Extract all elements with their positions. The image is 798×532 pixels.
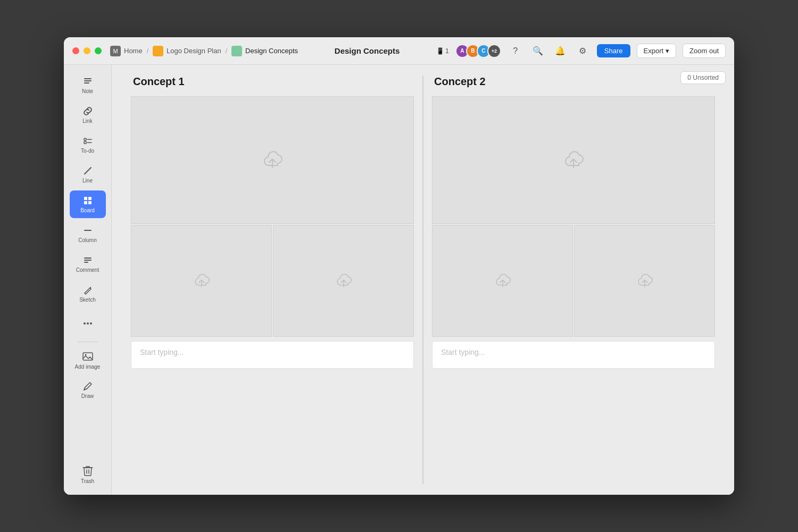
concept-1-bottom-grid	[131, 225, 414, 337]
device-badge[interactable]: 📱 1	[436, 47, 449, 55]
breadcrumb-current: Design Concepts	[231, 46, 298, 56]
plan-label[interactable]: Logo Design Plan	[167, 47, 221, 55]
concepts-grid: Concept 1	[112, 65, 734, 495]
breadcrumb-sep-2: /	[226, 47, 227, 55]
sidebar-item-sketch[interactable]: Sketch	[70, 280, 106, 307]
sidebar-item-todo[interactable]: To-do	[70, 131, 106, 159]
board-icon	[82, 195, 93, 206]
notifications-icon[interactable]: 🔔	[552, 43, 568, 59]
titlebar-actions: 📱 1 A B C +2 ? 🔍 🔔 ⚙ Share Export ▾ Zoom…	[436, 43, 726, 59]
breadcrumb-plan[interactable]: Logo Design Plan	[153, 46, 221, 56]
svg-rect-13	[84, 257, 92, 259]
upload-icon-2	[192, 271, 212, 291]
svg-rect-15	[84, 262, 88, 263]
sidebar-item-trash[interactable]: Trash	[70, 461, 106, 488]
concept-1-top-grid	[131, 96, 414, 224]
sidebar-item-note[interactable]: Note	[70, 71, 106, 99]
upload-icon-5	[493, 271, 513, 291]
concept-1-text-input[interactable]: Start typing...	[131, 341, 414, 369]
svg-rect-10	[84, 201, 87, 204]
canvas-area[interactable]: 0 Unsorted Concept 1	[112, 65, 734, 495]
page-title: Design Concepts	[335, 46, 400, 55]
upload-icon-4	[561, 147, 586, 173]
sidebar-separator	[77, 342, 98, 342]
concept-2-slot-2[interactable]	[432, 225, 573, 337]
svg-rect-0	[84, 78, 92, 79]
upload-icon-3	[334, 271, 354, 291]
sidebar-item-link[interactable]: Link	[70, 101, 106, 129]
svg-point-17	[87, 322, 89, 325]
svg-point-20	[85, 354, 86, 356]
share-button[interactable]: Share	[597, 44, 630, 57]
export-arrow: ▾	[666, 47, 669, 55]
line-label: Line	[82, 178, 93, 184]
sidebar-item-comment[interactable]: Comment	[70, 250, 106, 278]
concept-1-column: Concept 1	[122, 76, 422, 484]
board-label: Board	[80, 207, 95, 213]
plan-icon	[153, 46, 163, 56]
maximize-button[interactable]	[95, 47, 102, 54]
sketch-label: Sketch	[79, 297, 96, 303]
sidebar-item-line[interactable]: Line	[70, 161, 106, 188]
sidebar-item-more[interactable]	[70, 310, 106, 337]
sidebar-item-draw[interactable]: Draw	[70, 376, 106, 404]
avatar-group: A B C +2	[455, 44, 501, 58]
breadcrumb-home[interactable]: M Home	[110, 46, 143, 56]
help-icon[interactable]: ?	[508, 43, 523, 59]
column-icon	[82, 225, 93, 236]
svg-point-18	[90, 322, 92, 325]
concept-2-slot-3[interactable]	[574, 225, 715, 337]
concept-1-slot-3[interactable]	[273, 225, 414, 337]
sidebar-item-column[interactable]: Column	[70, 220, 106, 248]
device-count: 1	[445, 47, 449, 55]
device-icon: 📱	[436, 47, 444, 55]
more-icon	[82, 321, 93, 326]
concept-1-title: Concept 1	[131, 76, 414, 88]
link-icon	[82, 106, 93, 117]
minimize-button[interactable]	[84, 47, 90, 54]
export-label: Export	[644, 47, 664, 55]
sketch-icon	[82, 285, 93, 295]
concept-2-placeholder: Start typing...	[441, 348, 485, 356]
home-icon: M	[110, 46, 121, 56]
concept-2-top-grid	[432, 96, 715, 224]
sidebar: Note Link	[64, 65, 112, 495]
avatar-more: +2	[487, 44, 501, 58]
link-label: Link	[82, 118, 92, 124]
concept-2-title: Concept 2	[432, 76, 715, 88]
column-label: Column	[78, 237, 96, 243]
concept-2-text-input[interactable]: Start typing...	[432, 341, 715, 369]
search-icon[interactable]: 🔍	[530, 43, 546, 59]
export-button[interactable]: Export ▾	[637, 44, 677, 58]
todo-icon	[82, 136, 93, 146]
titlebar: M Home / Logo Design Plan / Design Conce…	[64, 37, 734, 65]
concept-icon	[231, 46, 242, 56]
svg-rect-9	[88, 197, 92, 200]
concept-2-slot-1[interactable]	[432, 96, 715, 224]
concept-1-slot-1[interactable]	[131, 96, 414, 224]
note-icon	[82, 76, 93, 87]
titlebar-center: Design Concepts	[298, 46, 436, 55]
home-label[interactable]: Home	[124, 47, 143, 55]
concept-1-slot-2[interactable]	[131, 225, 272, 337]
unsorted-badge: 0 Unsorted	[680, 71, 726, 84]
concept-2-bottom-grid	[432, 225, 715, 337]
zoom-button[interactable]: Zoom out	[683, 44, 726, 58]
settings-icon[interactable]: ⚙	[575, 43, 591, 59]
note-label: Note	[82, 88, 93, 94]
sidebar-item-board[interactable]: Board	[70, 190, 106, 218]
svg-rect-8	[84, 197, 87, 200]
close-button[interactable]	[72, 47, 79, 54]
app-window: M Home / Logo Design Plan / Design Conce…	[64, 37, 734, 495]
sidebar-item-add-image[interactable]: Add image	[70, 346, 106, 374]
trash-label: Trash	[81, 478, 94, 484]
add-image-icon	[82, 351, 94, 362]
svg-rect-4	[84, 142, 86, 144]
svg-rect-3	[84, 138, 86, 140]
breadcrumb: M Home / Logo Design Plan / Design Conce…	[110, 46, 298, 56]
main-layout: Note Link	[64, 65, 734, 495]
svg-rect-19	[83, 353, 93, 360]
line-icon	[82, 165, 93, 176]
draw-icon	[82, 381, 93, 392]
comment-label: Comment	[76, 267, 99, 273]
